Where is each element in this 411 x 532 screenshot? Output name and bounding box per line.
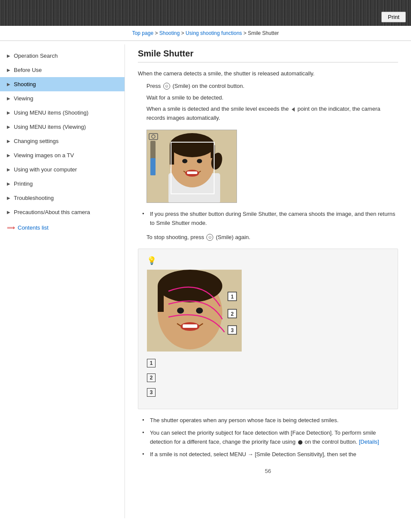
breadcrumb-top-page[interactable]: Top page — [132, 30, 153, 36]
arrow-icon: ▶ — [7, 196, 10, 200]
sidebar-item-before-use[interactable]: ▶ Before Use — [0, 63, 125, 77]
note-text-3: If a smile is not detected, select MENU … — [150, 450, 356, 459]
svg-point-7 — [182, 159, 187, 163]
arrow-icon: ▶ — [7, 53, 10, 58]
svg-rect-4 — [170, 145, 174, 165]
tip-lightbulb-icon: 💡 — [147, 256, 389, 265]
tip-box: 💡 — [138, 249, 398, 409]
details-link[interactable]: [Details] — [359, 439, 379, 445]
breadcrumb-shooting[interactable]: Shooting — [159, 30, 180, 36]
svg-text:2: 2 — [231, 311, 234, 317]
sidebar-label: Troubleshooting — [14, 195, 54, 201]
page-title: Smile Shutter — [138, 49, 398, 62]
bullet-list: ● If you press the shutter button during… — [142, 210, 398, 228]
svg-point-22 — [196, 308, 203, 314]
arrow-icon: ▶ — [7, 124, 10, 129]
arrow-icon: ▶ — [7, 82, 10, 87]
svg-point-3 — [170, 133, 215, 157]
sidebar-label: Shooting — [14, 81, 36, 87]
arrow-icon: ▶ — [7, 96, 10, 101]
circle-icon — [298, 440, 302, 445]
stop-shooting-text: To stop shooting, press ☺ (Smile) again. — [146, 233, 398, 242]
sidebar-label: Printing — [14, 180, 33, 187]
sidebar-item-operation-search[interactable]: ▶ Operation Search — [0, 49, 125, 63]
arrow-icon: ▶ — [7, 210, 10, 215]
bullet-dot-note2: ● — [142, 430, 150, 436]
child-face-photo — [147, 130, 237, 202]
page-layout: ▶ Operation Search ▶ Before Use ▶ Shooti… — [0, 44, 411, 518]
note-item-1: ● The shutter operates when any person w… — [142, 416, 398, 425]
arrow-icon: ▶ — [7, 139, 10, 143]
number-row-1: 1 — [147, 358, 389, 367]
sidebar-label: Before Use — [14, 67, 42, 73]
sidebar-label: Viewing — [14, 95, 33, 102]
contents-list-arrow-icon: ⟹ — [7, 224, 15, 231]
sidebar-item-using-computer[interactable]: ▶ Using with your computer — [0, 162, 125, 177]
bullet-text-1: If you press the shutter button during S… — [150, 210, 398, 228]
sidebar-item-printing[interactable]: ▶ Printing — [0, 177, 125, 191]
number-row-3: 3 — [147, 387, 389, 397]
notes-section: ● The shutter operates when any person w… — [138, 416, 398, 459]
svg-point-21 — [177, 308, 184, 314]
sidebar-item-viewing-tv[interactable]: ▶ Viewing images on a TV — [0, 148, 125, 162]
note-item-3: ● If a smile is not detected, select MEN… — [142, 450, 398, 459]
breadcrumb-sep1: > — [155, 30, 159, 36]
sidebar: ▶ Operation Search ▶ Before Use ▶ Shooti… — [0, 44, 125, 518]
child-photo-svg — [147, 130, 237, 203]
svg-rect-10 — [187, 171, 197, 174]
bullet-dot-note3: ● — [142, 451, 150, 457]
print-button[interactable]: Print — [381, 12, 406, 22]
arrow-icon: ▶ — [7, 167, 10, 172]
sidebar-item-viewing[interactable]: ▶ Viewing — [0, 91, 125, 106]
sidebar-label: Using MENU items (Viewing) — [14, 124, 86, 130]
sidebar-item-using-menu-shooting[interactable]: ▶ Using MENU items (Shooting) — [0, 106, 125, 120]
notes-bullet-list: ● The shutter operates when any person w… — [142, 416, 398, 459]
diagram-svg: 1 2 3 — [147, 270, 242, 352]
svg-rect-13 — [150, 158, 156, 175]
svg-text:3: 3 — [231, 327, 234, 333]
diagram-container: 1 2 3 — [147, 270, 242, 353]
step2-text: Wait for a smile to be detected. — [146, 93, 398, 103]
header-bar: Print — [0, 0, 411, 26]
main-content: Smile Shutter When the camera detects a … — [125, 44, 411, 518]
sidebar-label: Using MENU items (Shooting) — [14, 109, 88, 116]
contents-list-link[interactable]: ⟹ Contents list — [0, 219, 125, 236]
sidebar-label: Changing settings — [14, 138, 59, 144]
camera-image — [146, 130, 237, 203]
breadcrumb-sep2: > — [181, 30, 185, 36]
note-item-2: ● You can select the priority subject fo… — [142, 429, 398, 447]
number-box-2: 2 — [147, 373, 156, 382]
breadcrumb-sep3: > — [243, 30, 248, 36]
note-text-1: The shutter operates when any person who… — [150, 416, 339, 425]
svg-point-8 — [197, 159, 202, 163]
sidebar-label: Precautions/About this camera — [14, 209, 90, 215]
number-row-2: 2 — [147, 373, 389, 382]
svg-text:1: 1 — [231, 294, 234, 300]
step3-text: When a smile is detected and the smile l… — [146, 105, 398, 123]
sidebar-label: Operation Search — [14, 53, 58, 59]
arrow-icon: ▶ — [7, 153, 10, 158]
sidebar-item-changing-settings[interactable]: ▶ Changing settings — [0, 134, 125, 148]
sidebar-item-precautions[interactable]: ▶ Precautions/About this camera — [0, 205, 125, 219]
bullet-dot-1: ● — [142, 211, 150, 217]
svg-rect-24 — [183, 324, 197, 328]
intro-text: When the camera detects a smile, the shu… — [138, 69, 398, 78]
smile-icon-2: ☺ — [206, 234, 213, 241]
sidebar-label: Using with your computer — [14, 166, 77, 173]
number-box-1: 1 — [147, 359, 156, 367]
breadcrumb-smile-shutter: Smile Shutter — [248, 30, 279, 36]
breadcrumb-using-shooting-functions[interactable]: Using shooting functions — [186, 30, 242, 36]
bullet-item-1: ● If you press the shutter button during… — [142, 210, 398, 228]
number-box-3: 3 — [147, 388, 156, 397]
bullet-dot-note1: ● — [142, 417, 150, 423]
svg-rect-20 — [158, 286, 164, 312]
arrow-icon: ▶ — [7, 110, 10, 115]
smile-icon-1: ☺ — [163, 83, 170, 90]
step1-text: Press ☺ (Smile) on the control button. — [146, 82, 398, 91]
sidebar-item-shooting[interactable]: ▶ Shooting — [0, 77, 125, 91]
sidebar-item-troubleshooting[interactable]: ▶ Troubleshooting — [0, 191, 125, 205]
sidebar-item-using-menu-viewing[interactable]: ▶ Using MENU items (Viewing) — [0, 120, 125, 134]
sidebar-label: Viewing images on a TV — [14, 152, 74, 159]
arrow-icon: ▶ — [7, 68, 10, 72]
page-number: 56 — [138, 468, 398, 474]
